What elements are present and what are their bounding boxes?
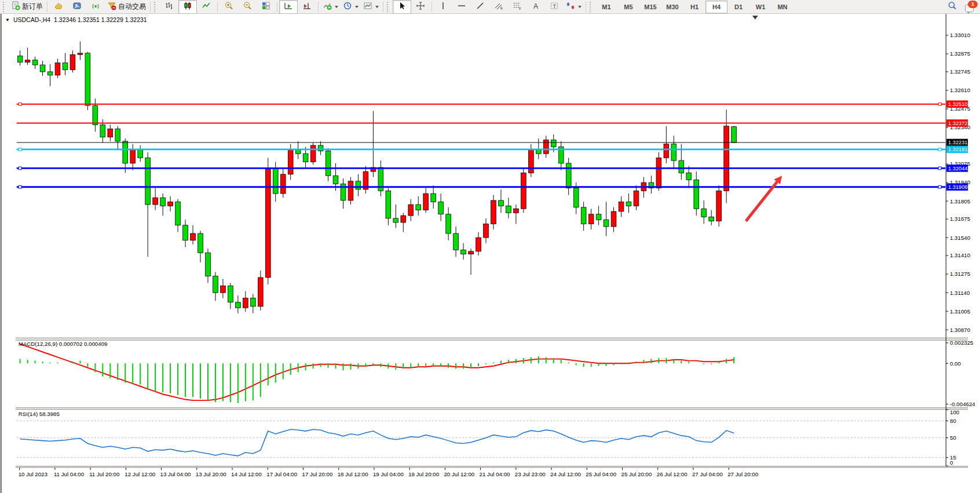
candle-body [221, 286, 226, 293]
line-endpoint-marker [938, 167, 941, 170]
annotation-arrow[interactable] [746, 176, 782, 221]
price-tag: 1.32372 [946, 119, 968, 127]
timeframe-mn-button[interactable]: MN [771, 1, 793, 13]
svg-text:21 Jul 04:00: 21 Jul 04:00 [480, 471, 510, 477]
zoom-in-button[interactable] [220, 0, 238, 14]
horizontal-line-icon [457, 1, 466, 12]
pane-splitter[interactable] [16, 466, 968, 468]
horizontal-line-object[interactable] [17, 185, 945, 188]
chart-shift-button[interactable] [298, 0, 316, 14]
candle-body [273, 169, 278, 193]
candle-body [183, 225, 188, 240]
candle-body [588, 214, 594, 224]
horizontal-line-object[interactable] [17, 103, 945, 105]
price-axis[interactable]: 1.330101.328751.327451.326101.324751.323… [946, 32, 970, 333]
svg-text:17 Jul 04:00: 17 Jul 04:00 [266, 471, 297, 477]
signals-button[interactable] [86, 0, 105, 14]
crosshair-icon [416, 1, 425, 12]
horizontal-line-tool-button[interactable] [452, 0, 471, 14]
candlestick-chart-button[interactable] [178, 0, 197, 14]
crosshair-button[interactable] [411, 0, 430, 14]
periods-button[interactable] [341, 0, 361, 14]
svg-text:19 Jul 04:00: 19 Jul 04:00 [373, 471, 404, 477]
chart-shift-marker[interactable] [752, 16, 758, 20]
svg-text:12 Jul 12:00: 12 Jul 12:00 [125, 471, 155, 477]
candle-body [679, 160, 684, 173]
indicators-icon [323, 1, 332, 12]
text-tool-button[interactable]: A [526, 0, 545, 14]
notifications-button[interactable]: 1 [965, 2, 977, 12]
line-endpoint-marker [938, 148, 941, 151]
macd-signal-line [20, 344, 734, 400]
toolbar-drag-handle[interactable] [154, 2, 158, 12]
candle-body [634, 191, 639, 206]
search-button[interactable] [943, 0, 961, 14]
candle-body [310, 145, 316, 162]
timeframe-m1-button[interactable]: M1 [595, 1, 617, 13]
arrows-tool-button[interactable] [564, 0, 584, 14]
pane-splitter[interactable] [16, 407, 968, 410]
line-endpoint-marker [19, 148, 21, 151]
candle-body [393, 218, 398, 222]
equidistant-channel-tool-button[interactable]: E [489, 0, 508, 14]
separator [586, 2, 586, 12]
toolbar-drag-handle[interactable] [3, 2, 7, 12]
timeframe-d1-button[interactable]: D1 [727, 1, 749, 13]
line-chart-button[interactable] [197, 0, 215, 14]
pane-splitter[interactable] [16, 338, 968, 341]
line-endpoint-marker [19, 103, 21, 105]
toolbar-drag-handle[interactable] [387, 2, 391, 12]
indicators-dropdown-caret[interactable] [335, 6, 338, 8]
candle-body [303, 154, 308, 162]
svg-text:A: A [533, 2, 538, 10]
templates-button[interactable] [361, 0, 381, 14]
timeframe-m30-button[interactable]: M30 [661, 1, 683, 13]
tile-windows-button[interactable] [257, 0, 275, 14]
new-order-button[interactable]: 新订单 [9, 0, 45, 14]
chart-title-dropdown-icon[interactable]: ▼ [5, 17, 10, 23]
candle-body [476, 238, 481, 251]
candle-body [724, 126, 729, 191]
horizontal-line-object[interactable] [17, 148, 945, 151]
rsi-label: RSI(14) 58.3985 [19, 411, 60, 417]
chart-title: ▼ USDCAD-,H4 1.32346 1.32351 1.32229 1.3… [5, 16, 147, 23]
autotrading-button[interactable]: 自动交易 [105, 0, 148, 14]
price-tag: 1.31908 [946, 183, 968, 191]
timeframe-m5-button[interactable]: M5 [617, 1, 639, 13]
bar-chart-button[interactable] [160, 0, 178, 14]
timeframe-w1-button[interactable]: W1 [749, 1, 771, 13]
candlestick-chart-icon [183, 1, 192, 12]
vertical-line-tool-button[interactable] [434, 0, 452, 14]
svg-text:18 Jul 12:00: 18 Jul 12:00 [338, 471, 368, 477]
cursor-icon [397, 1, 407, 12]
timeframe-h4-button[interactable]: H4 [705, 1, 727, 13]
arrows-dropdown-caret[interactable] [578, 6, 582, 8]
timeframe-h1-button[interactable]: H1 [683, 1, 705, 13]
cursor-button[interactable] [393, 0, 411, 14]
new-order-icon [11, 1, 20, 12]
periods-dropdown-caret[interactable] [355, 6, 359, 8]
toolbar-drag-handle[interactable] [590, 2, 594, 12]
time-axis[interactable]: 10 Jul 202311 Jul 04:0011 Jul 20:0012 Ju… [19, 468, 759, 477]
candle-body [288, 149, 293, 174]
fibonacci-tool-button[interactable]: F [508, 0, 526, 14]
templates-dropdown-caret[interactable] [375, 6, 379, 8]
svg-text:10 Jul 2023: 10 Jul 2023 [19, 471, 47, 477]
data-window-button[interactable] [68, 0, 86, 14]
timeframe-m15-button[interactable]: M15 [639, 1, 661, 13]
zoom-out-button[interactable] [238, 0, 257, 14]
svg-text:1.31275: 1.31275 [950, 271, 970, 277]
candle-body [506, 206, 511, 213]
chart-area[interactable]: ▼ USDCAD-,H4 1.32346 1.32351 1.32229 1.3… [0, 14, 980, 493]
trendline-tool-button[interactable] [471, 0, 489, 14]
candle-body [130, 149, 136, 163]
fibonacci-icon: F [513, 1, 522, 12]
svg-text:0: 0 [950, 459, 953, 466]
chart-canvas[interactable]: 1.330101.328751.327451.326101.324751.323… [2, 14, 980, 493]
horizontal-line-object[interactable] [17, 167, 945, 170]
indicators-button[interactable] [320, 0, 341, 14]
text-label-tool-button[interactable]: T [545, 0, 564, 14]
separator [150, 2, 151, 12]
market-watch-button[interactable] [49, 0, 68, 14]
auto-scroll-button[interactable] [279, 0, 298, 14]
